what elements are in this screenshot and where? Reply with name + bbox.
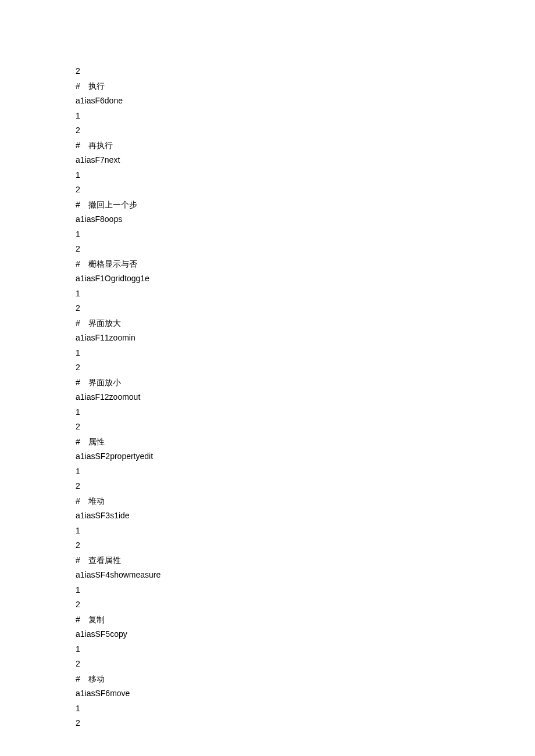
text-line: a1iasF8oops xyxy=(76,212,535,227)
text-line: a1iasSF4showmeasure xyxy=(76,568,535,583)
text-line: 1 xyxy=(76,642,535,657)
text-line: a1iasSF3s1ide xyxy=(76,508,535,524)
text-line: 2 xyxy=(76,182,535,198)
text-line: # 界面放大 xyxy=(76,316,535,331)
text-line: 1 xyxy=(76,583,535,598)
text-line: 1 xyxy=(76,346,535,361)
text-line: 1 xyxy=(76,168,535,183)
text-line: a1iasF6done xyxy=(76,94,535,109)
text-line: # 堆动 xyxy=(76,494,535,509)
text-line: # 执行 xyxy=(76,79,535,94)
text-line: # 查看属性 xyxy=(76,553,535,568)
text-line: # 撤回上一个步 xyxy=(76,198,535,213)
text-line: a1iasF7next xyxy=(76,153,535,168)
text-line: a1iasF12zoomout xyxy=(76,390,535,405)
document-page: 2 # 执行 a1iasF6done 1 2 # 再执行 a1iasF7next… xyxy=(0,0,535,731)
text-line: a1iasSF5copy xyxy=(76,627,535,642)
text-line: 2 xyxy=(76,64,535,79)
text-line: 2 xyxy=(76,242,535,257)
text-line: 2 xyxy=(76,301,535,316)
text-line: 1 xyxy=(76,405,535,420)
text-line: 1 xyxy=(76,227,535,242)
text-line: 1 xyxy=(76,524,535,539)
text-line: 2 xyxy=(76,716,535,731)
text-line: 1 xyxy=(76,109,535,124)
text-line: # 属性 xyxy=(76,435,535,450)
text-line: 1 xyxy=(76,286,535,302)
text-line: 1 xyxy=(76,701,535,716)
text-line: 2 xyxy=(76,479,535,494)
text-line: a1iasF1Ogridtogg1e xyxy=(76,271,535,286)
text-line: 1 xyxy=(76,464,535,479)
text-line: 2 xyxy=(76,420,535,435)
text-line: # 移动 xyxy=(76,672,535,687)
text-line: a1iasSF6move xyxy=(76,686,535,701)
text-line: # 栅格显示与否 xyxy=(76,257,535,272)
text-line: a1iasSF2propertyedit xyxy=(76,449,535,464)
text-line: # 界面放小 xyxy=(76,375,535,390)
text-line: 2 xyxy=(76,657,535,672)
text-line: 2 xyxy=(76,538,535,553)
text-line: 2 xyxy=(76,360,535,375)
text-line: 2 xyxy=(76,597,535,612)
text-line: 2 xyxy=(76,123,535,138)
text-line: # 复制 xyxy=(76,612,535,628)
text-line: a1iasF11zoomin xyxy=(76,331,535,346)
text-line: # 再执行 xyxy=(76,138,535,153)
